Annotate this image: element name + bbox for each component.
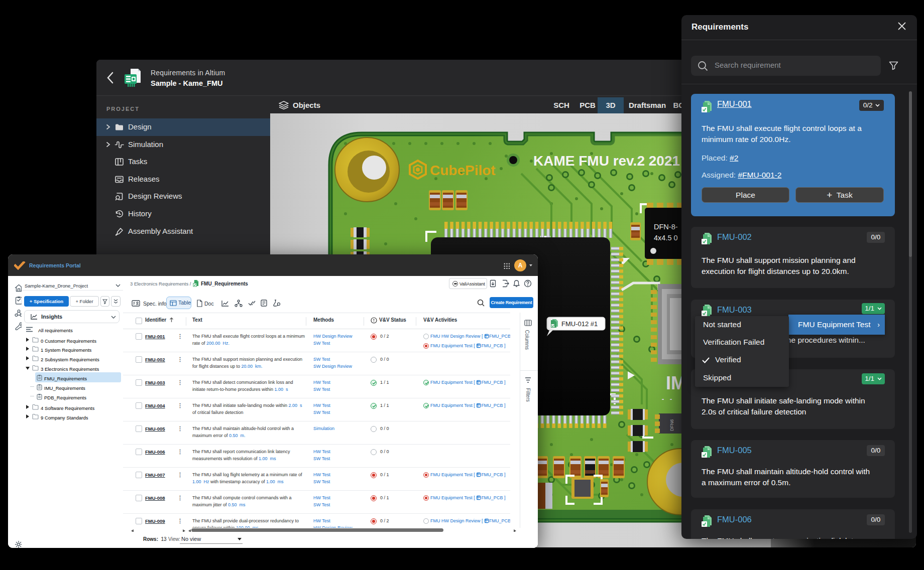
svg-text:DFN-8-: DFN-8- [654,223,678,231]
svg-text:DFN6: DFN6 [669,419,674,431]
svg-text:KAME FMU rev.2 2021: KAME FMU rev.2 2021 [533,153,680,169]
svg-text:4x4.5 0: 4x4.5 0 [654,234,678,242]
svg-text:CubePilot: CubePilot [430,163,496,178]
svg-text:FMU-012 #1: FMU-012 #1 [561,320,598,328]
